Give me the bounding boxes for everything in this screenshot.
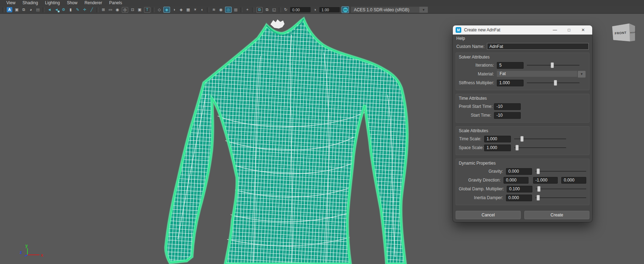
isolate-select-icon[interactable]: ⌖ — [244, 7, 251, 13]
color-management-toggle[interactable]: ON — [342, 6, 349, 13]
film-gate-icon[interactable]: ▭ — [107, 7, 114, 13]
field-chart-icon[interactable]: ⊡ — [129, 7, 136, 13]
multisample-icon[interactable]: ◎ — [225, 7, 232, 13]
aa-quality-icon[interactable]: ▩ — [232, 7, 239, 13]
create-button[interactable]: Create — [524, 211, 589, 219]
color-wheel-icon[interactable]: ◕ — [27, 7, 34, 13]
custom-name-input[interactable]: AdnFat — [487, 43, 589, 50]
start-time-label: Start Time: — [459, 113, 491, 118]
global-damp-multiplier-slider[interactable] — [536, 186, 586, 192]
gravity-slider[interactable] — [535, 168, 586, 174]
toolbar-group-gates: ⊞▭◉◎⊡▣T — [100, 7, 151, 13]
menu-shading[interactable]: Shading — [19, 0, 42, 6]
gravity-direction-z-field[interactable]: 0.000 — [561, 177, 586, 184]
snapshot-active-icon[interactable]: ⧉ — [256, 7, 263, 13]
gravity-direction-x-field[interactable]: 0.000 — [504, 177, 529, 184]
motion-blur-icon[interactable]: ◉ — [218, 7, 224, 13]
text-hud-icon[interactable]: T — [144, 7, 150, 13]
material-row: Material: Fat ▼ — [459, 70, 586, 78]
material-dropdown[interactable]: Fat ▼ — [497, 71, 586, 78]
toolbar-divider — [207, 7, 209, 12]
axis-triad: y x z — [20, 243, 43, 258]
camera-attributes-icon[interactable]: ⚙ — [60, 7, 67, 13]
image-plane-icon[interactable]: ▣ — [136, 7, 143, 13]
gamma-field[interactable]: 1.00 — [319, 7, 340, 12]
menu-renderer[interactable]: Renderer — [81, 0, 106, 6]
wireframe-cube-icon[interactable]: ◇ — [156, 7, 163, 13]
toolbar-group-render-quality: ≋◉◎▩ — [211, 7, 239, 13]
lights-icon[interactable]: ☀ — [192, 7, 199, 13]
layers-icon[interactable]: ⧉ — [20, 7, 27, 13]
start-time-field[interactable]: -10 — [494, 112, 521, 119]
pencil-icon[interactable]: ╱ — [88, 7, 95, 13]
ambient-occlusion-icon[interactable]: ≋ — [211, 7, 217, 13]
time-scale-field[interactable]: 1.000 — [484, 136, 511, 142]
gamma-icon[interactable]: ◑ — [312, 7, 318, 13]
material-dropdown-arrow-icon[interactable]: ▼ — [578, 71, 586, 78]
maya-viewport-window: ViewShadingLightingShowRendererPanels A▣… — [0, 0, 644, 264]
space-scale-slider[interactable] — [514, 145, 566, 151]
textured-cube-icon[interactable]: ◈ — [178, 7, 185, 13]
gravity-direction-y-field[interactable]: -1.000 — [533, 177, 558, 184]
gate-mask-icon[interactable]: ◎ — [122, 7, 128, 13]
global-damp-multiplier-field[interactable]: 0.100 — [507, 186, 532, 192]
gravity-row: Gravity: 0.000 — [459, 167, 586, 175]
gravity-direction-row: Gravity Direction: 0.000 -1.000 0.000 — [459, 176, 586, 184]
half-shaded-icon[interactable]: ◑ — [171, 7, 177, 13]
stiffness-multiplier-slider[interactable] — [527, 80, 580, 86]
toolbar-group-snapshot: ⧉⧉◱ — [256, 7, 277, 13]
iterations-field[interactable]: 5 — [497, 62, 524, 69]
toolbar-divider — [152, 7, 155, 12]
pan-zoom-icon[interactable]: ✛ — [81, 7, 88, 13]
menu-show[interactable]: Show — [63, 0, 81, 6]
dynamic-properties-section: Dynamic Properties Gravity: 0.000 Gravit… — [456, 159, 589, 205]
stiffness-multiplier-field[interactable]: 1.000 — [497, 80, 524, 86]
snapshot-icon[interactable]: ⧉ — [264, 7, 270, 13]
cancel-button[interactable]: Cancel — [456, 211, 521, 219]
bookmark-icon[interactable]: ▮ — [67, 7, 74, 13]
stiffness-multiplier-label: Stiffness Multiplier: — [459, 80, 494, 85]
shaded-cube-icon[interactable]: ◆ — [163, 7, 170, 13]
brush-icon[interactable]: ✎ — [74, 7, 81, 13]
shadows-icon[interactable]: ◐ — [199, 7, 206, 13]
dialog-menu-bar: Help — [453, 35, 592, 42]
toolbar-group-shading: ◇◆◑◈▦☀◐ — [156, 7, 206, 13]
snapshot-export-icon[interactable]: ◱ — [271, 7, 277, 13]
grid-icon[interactable]: ⊞ — [100, 7, 107, 13]
axis-y-label: y — [25, 243, 28, 248]
gravity-field[interactable]: 0.000 — [506, 168, 532, 175]
exposure-icon[interactable]: ↻ — [282, 7, 289, 13]
checker-icon[interactable]: ▦ — [185, 7, 192, 13]
menu-lighting[interactable]: Lighting — [42, 0, 63, 6]
inertia-damper-field[interactable]: 0.000 — [506, 195, 532, 201]
view-cube-right-label: RIGHT — [630, 31, 636, 34]
image-icon[interactable]: ▤ — [35, 7, 41, 13]
exposure-field[interactable]: 0.00 — [290, 7, 311, 12]
resolution-gate-icon[interactable]: ◉ — [114, 7, 121, 13]
camera-icon[interactable]: ◄ — [46, 7, 53, 13]
menu-panels[interactable]: Panels — [106, 0, 126, 6]
panel-toolbar: A▣⧉◕▤ ◄◄⚙▮✎✛╱ ⊞▭◉◎⊡▣T ◇◆◑◈▦☀◐ ≋◉◎▩ ⌖ ⧉⧉◱… — [0, 6, 644, 14]
help-menu[interactable]: Help — [456, 36, 465, 41]
camera-lock-icon[interactable]: ◄ — [53, 7, 60, 13]
space-scale-row: Space Scale: 1.000 — [459, 144, 586, 152]
toolbar-divider — [2, 7, 5, 12]
colorspace-dropdown-arrow-icon[interactable]: ▼ — [419, 7, 428, 13]
global-damp-multiplier-label: Global Damp. Multiplier: — [459, 186, 504, 191]
iterations-slider[interactable] — [527, 62, 580, 68]
view-cube[interactable]: FRONT RIGHT — [612, 24, 637, 41]
space-scale-field[interactable]: 1.000 — [484, 145, 511, 151]
maximize-button[interactable]: □ — [562, 25, 576, 35]
annotate-a-icon[interactable]: A — [7, 7, 12, 12]
wireframe-body-mesh[interactable] — [166, 19, 407, 264]
inertia-damper-slider[interactable] — [535, 195, 586, 201]
preroll-start-time-field[interactable]: -10 — [494, 103, 521, 110]
dialog-title-bar[interactable]: M Create new AdnFat — □ ✕ — [453, 25, 592, 35]
marquee-icon[interactable]: ▣ — [13, 7, 20, 13]
on-icon: ON — [343, 7, 348, 12]
minimize-button[interactable]: — — [548, 25, 562, 35]
close-button[interactable]: ✕ — [576, 25, 590, 35]
time-scale-slider[interactable] — [514, 136, 566, 142]
menu-view[interactable]: View — [3, 0, 19, 6]
colorspace-dropdown[interactable]: ACES 1.0 SDR-video (sRGB) — [351, 7, 419, 13]
